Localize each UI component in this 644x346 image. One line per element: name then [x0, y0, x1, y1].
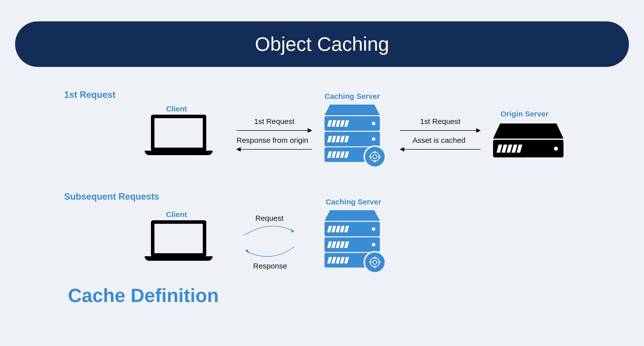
arrow-left-icon: [400, 149, 480, 150]
caching-server-icon: [325, 105, 380, 163]
section-2-heading: Subsequent Requests: [64, 191, 159, 202]
origin-server-icon: [493, 123, 564, 157]
curved-arrow-right-icon: [242, 222, 299, 242]
laptop-icon: [146, 220, 211, 268]
gear-icon: [364, 145, 386, 168]
svg-point-4: [369, 156, 371, 158]
arrow-label-response: Response: [253, 262, 287, 270]
svg-marker-13: [245, 249, 249, 253]
slide-title-bar: Object Caching: [15, 21, 629, 67]
laptop-icon: [146, 115, 211, 162]
arrow-label-1st-request-a: 1st Request: [254, 117, 294, 126]
slide-title: Object Caching: [255, 33, 389, 55]
arrow-label-asset-cached: Asset is cached: [413, 136, 465, 145]
gear-icon: [364, 251, 386, 274]
svg-point-10: [369, 261, 371, 263]
arrow-right-icon: [400, 130, 480, 131]
client-label-2: Client: [166, 210, 187, 219]
arrow-label-1st-request-b: 1st Request: [420, 117, 460, 126]
svg-point-3: [374, 160, 376, 162]
svg-point-1: [370, 152, 379, 161]
svg-point-0: [373, 155, 377, 159]
curved-arrow-left-icon: [242, 242, 299, 262]
svg-marker-12: [291, 229, 294, 233]
svg-point-6: [373, 260, 377, 264]
origin-server-label: Origin Server: [501, 110, 548, 118]
svg-point-11: [378, 261, 380, 263]
cache-definition-heading: Cache Definition: [68, 284, 219, 306]
svg-point-7: [370, 258, 379, 267]
arrow-label-request: Request: [255, 214, 284, 223]
diagram-content: 1st Request Client Caching Server Origin…: [0, 81, 644, 332]
arrow-label-response-origin: Response from origin: [236, 136, 308, 145]
caching-server-icon: [325, 210, 380, 269]
arrow-left-icon: [236, 149, 312, 150]
arrow-right-icon: [236, 130, 312, 131]
caching-server-label-2: Caching Server: [326, 198, 381, 206]
svg-point-9: [374, 266, 376, 268]
svg-point-8: [374, 257, 376, 259]
client-label-1: Client: [166, 105, 187, 113]
svg-point-5: [378, 156, 380, 158]
caching-server-label-1: Caching Server: [325, 92, 380, 101]
svg-point-2: [374, 151, 376, 153]
section-1-heading: 1st Request: [64, 90, 115, 100]
